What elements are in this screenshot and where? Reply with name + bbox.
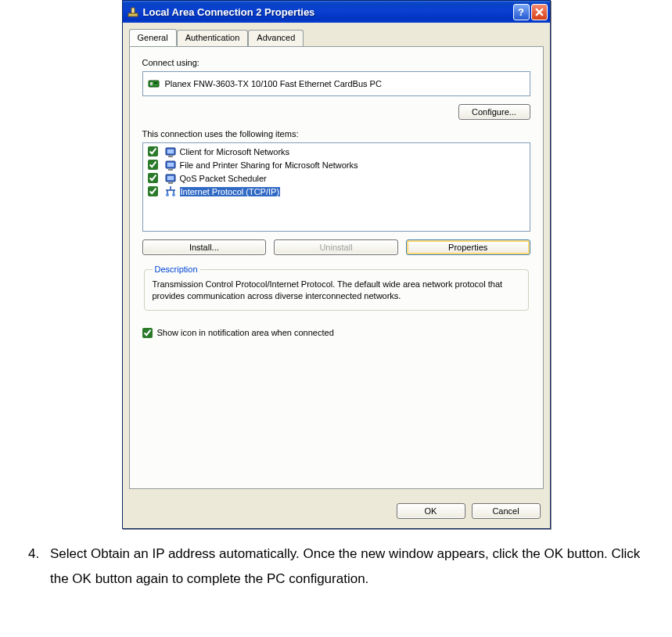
svg-point-18: [166, 193, 169, 196]
ok-button[interactable]: OK: [397, 503, 465, 519]
client-icon: [164, 146, 177, 158]
network-card-icon: [148, 77, 160, 90]
show-icon-label: Show icon in notification area when conn…: [157, 328, 334, 337]
item-checkbox[interactable]: [148, 160, 158, 170]
tcpip-protocol-icon: [164, 185, 177, 198]
svg-rect-2: [149, 81, 159, 87]
close-button[interactable]: [531, 4, 548, 20]
item-checkbox[interactable]: [148, 146, 158, 157]
item-label: Internet Protocol (TCP/IP): [180, 187, 281, 196]
properties-button[interactable]: Properties: [406, 239, 530, 255]
item-label: Client for Microsoft Networks: [180, 147, 290, 157]
description-legend: Description: [153, 265, 200, 274]
uninstall-button: Uninstall: [274, 239, 398, 255]
install-button[interactable]: Install...: [142, 239, 267, 255]
instruction-text: Select Obtain an IP address automaticall…: [50, 542, 644, 592]
list-item[interactable]: Internet Protocol (TCP/IP): [145, 185, 528, 198]
svg-point-19: [172, 193, 175, 196]
help-button[interactable]: ?: [513, 4, 530, 20]
components-listbox[interactable]: Client for Microsoft Networks File and P…: [142, 142, 530, 232]
window-title: Local Area Connection 2 Properties: [143, 6, 513, 18]
cancel-button[interactable]: Cancel: [472, 503, 541, 519]
description-text: Transmission Control Protocol/Internet P…: [153, 279, 520, 302]
item-label: QoS Packet Scheduler: [180, 174, 267, 183]
tab-general[interactable]: General: [129, 29, 177, 46]
list-item[interactable]: File and Printer Sharing for Microsoft N…: [145, 158, 528, 171]
show-icon-checkbox[interactable]: [142, 328, 153, 338]
configure-button[interactable]: Configure...: [458, 104, 530, 120]
svg-rect-12: [167, 176, 174, 180]
svg-rect-13: [168, 182, 173, 184]
window-icon: [127, 5, 139, 18]
item-checkbox[interactable]: [148, 186, 158, 196]
tab-panel-general: Connect using: Planex FNW-3603-TX 10/100…: [129, 46, 544, 489]
qos-icon: [164, 172, 177, 185]
tab-advanced[interactable]: Advanced: [248, 30, 304, 47]
list-item[interactable]: QoS Packet Scheduler: [145, 171, 528, 185]
description-group: Description Transmission Control Protoco…: [144, 265, 529, 311]
svg-rect-4: [154, 82, 157, 84]
titlebar[interactable]: Local Area Connection 2 Properties ?: [123, 1, 550, 23]
tab-authentication[interactable]: Authentication: [177, 30, 249, 47]
instruction-step: 4. Select Obtain an IP address automatic…: [23, 538, 649, 592]
items-label: This connection uses the following items…: [142, 129, 530, 139]
item-label: File and Printer Sharing for Microsoft N…: [180, 160, 358, 170]
svg-rect-3: [150, 82, 153, 85]
adapter-field[interactable]: Planex FNW-3603-TX 10/100 Fast Ethernet …: [142, 71, 530, 96]
svg-rect-10: [168, 169, 173, 171]
instruction-number: 4.: [28, 542, 50, 592]
file-print-sharing-icon: [164, 159, 177, 171]
item-checkbox[interactable]: [148, 173, 158, 183]
svg-rect-9: [167, 163, 174, 167]
svg-rect-0: [128, 13, 138, 16]
svg-rect-6: [167, 149, 174, 153]
tabstrip: General Authentication Advanced: [123, 23, 550, 46]
svg-rect-1: [131, 8, 135, 13]
list-item[interactable]: Client for Microsoft Networks: [145, 145, 528, 158]
properties-dialog: Local Area Connection 2 Properties ? Gen…: [122, 0, 551, 529]
svg-rect-7: [168, 156, 173, 157]
dialog-footer: OK Cancel: [123, 495, 550, 528]
connect-using-label: Connect using:: [142, 58, 530, 67]
adapter-name: Planex FNW-3603-TX 10/100 Fast Ethernet …: [165, 79, 382, 88]
